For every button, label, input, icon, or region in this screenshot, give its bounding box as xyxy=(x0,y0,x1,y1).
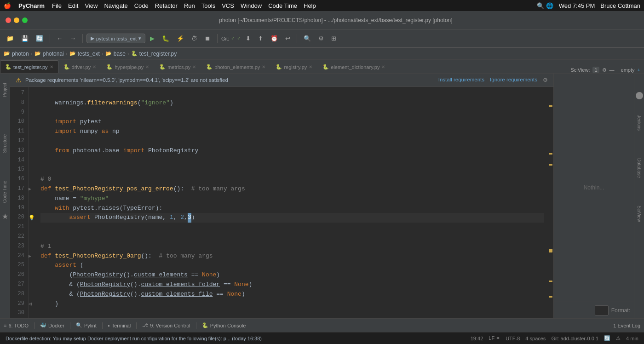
separator-3 xyxy=(217,34,218,43)
panel-project[interactable]: Project xyxy=(2,83,7,97)
tab-close-button-3[interactable]: ✕ xyxy=(145,64,149,69)
panel-codetime[interactable]: Code Time xyxy=(2,181,7,203)
stop-button[interactable]: ⏹ xyxy=(202,33,213,44)
ignore-requirements-button[interactable]: Ignore requirements xyxy=(490,77,537,83)
menu-refactor[interactable]: Refactor xyxy=(155,2,178,9)
menu-tools[interactable]: Tools xyxy=(201,2,215,9)
coverage-button[interactable]: ⚡ xyxy=(174,33,187,44)
panel-jenkins[interactable]: Jenkins xyxy=(637,115,642,131)
tabs-bar: 🐍 test_register.py ✕ 🐍 driver.py ✕ 🐍 hyp… xyxy=(0,60,644,74)
open-button[interactable]: 📁 xyxy=(4,33,17,44)
git-history-button[interactable]: ⏰ xyxy=(268,33,281,44)
tab-close-button-5[interactable]: ✕ xyxy=(262,64,265,69)
menu-vcs[interactable]: VCS xyxy=(222,2,234,9)
code-line-12 xyxy=(40,137,544,146)
close-button[interactable] xyxy=(6,17,11,23)
apple-menu[interactable]: 🍎 xyxy=(4,2,11,9)
panel-database[interactable]: Database xyxy=(637,158,642,178)
menu-navigate[interactable]: Navigate xyxy=(104,2,127,9)
fold-icon-2[interactable]: ▶ xyxy=(29,253,31,259)
fullscreen-button[interactable] xyxy=(22,17,28,23)
menu-file[interactable]: File xyxy=(52,2,62,9)
tab-close-button-4[interactable]: ✕ xyxy=(192,64,196,69)
fold-icon-1[interactable]: ▶ xyxy=(29,186,31,192)
breadcrumb-file[interactable]: test_register.py xyxy=(139,51,177,57)
python-console-panel-button[interactable]: 🐍 Python Console xyxy=(202,322,246,328)
breadcrumb-base[interactable]: base xyxy=(114,51,126,57)
add-tab-icon[interactable]: + xyxy=(638,67,640,73)
tab-registry[interactable]: 🐍 registry.py ✕ xyxy=(270,60,317,73)
code-line-19: with pytest.raises(TypeError): xyxy=(40,204,544,213)
vcs-label: 9: Version Control xyxy=(150,323,190,328)
tab-close-button-6[interactable]: ✕ xyxy=(309,64,312,69)
lightbulb-icon[interactable]: 💡 xyxy=(29,215,35,221)
profile-button[interactable]: ⏱ xyxy=(189,33,200,44)
breadcrumb-tests-ext[interactable]: tests_ext xyxy=(78,51,100,57)
fold-close-icon[interactable]: ◁ xyxy=(29,301,32,307)
tab-driver[interactable]: 🐍 driver.py ✕ xyxy=(58,60,102,73)
multiwindow-button[interactable]: ⊞ xyxy=(328,33,339,44)
tab-photon-elements[interactable]: 🐍 photon_elements.py ✕ xyxy=(201,60,270,73)
system-icons: 🔍 🌐 xyxy=(537,2,553,9)
back-button[interactable]: ← xyxy=(54,33,65,44)
event-log-button[interactable]: 1 Event Log xyxy=(613,323,640,328)
todo-panel-button[interactable]: ≡ 6: TODO xyxy=(4,323,29,328)
warning-count: ⚠ xyxy=(616,335,621,341)
forward-button[interactable]: → xyxy=(67,33,79,44)
panel-sciview[interactable]: SciView xyxy=(637,206,642,222)
minimize-button[interactable] xyxy=(14,17,19,23)
tab-close-button-2[interactable]: ✕ xyxy=(92,64,96,69)
tab-element-dictionary[interactable]: 🐍 element_dictionary.py ✕ xyxy=(317,60,390,73)
search-button[interactable]: 🔍 xyxy=(301,33,314,44)
git-update-button[interactable]: ⬇ xyxy=(243,33,253,44)
terminal-panel-button[interactable]: ▪ Terminal xyxy=(108,323,131,328)
menu-window[interactable]: Window xyxy=(241,2,262,9)
git-label: Git: xyxy=(221,36,229,41)
tab-hyperpipe[interactable]: 🐍 hyperpipe.py ✕ xyxy=(101,60,154,73)
settings-icon[interactable]: ⚙ xyxy=(602,67,607,73)
tab-metrics[interactable]: 🐍 metrics.py ✕ xyxy=(154,60,201,73)
tab-close-button[interactable]: ✕ xyxy=(50,64,53,69)
bottom-sep-5 xyxy=(196,322,196,329)
vcs-icon: ⎇ xyxy=(142,322,148,328)
menu-code[interactable]: Code xyxy=(134,2,149,9)
python-file-icon-3: 🐍 xyxy=(106,64,113,70)
tab-close-button-7[interactable]: ✕ xyxy=(381,64,385,69)
tab-test-register[interactable]: 🐍 test_register.py ✕ xyxy=(0,60,58,73)
docker-panel-button[interactable]: 🐳 Docker xyxy=(40,322,64,328)
git-push-button[interactable]: ⬆ xyxy=(255,33,266,44)
menu-help[interactable]: Help xyxy=(304,2,316,9)
code-line-9 xyxy=(40,108,544,118)
run-config-selector[interactable]: ▶ pytest in tests_ext ▾ xyxy=(86,34,145,43)
code-content[interactable]: warnings.filterwarnings("ignore") import… xyxy=(37,87,548,318)
favorites-icon[interactable]: ★ xyxy=(2,212,8,221)
warning-icon: ⚠ xyxy=(16,76,22,84)
run-button[interactable]: ▶ xyxy=(147,33,157,44)
pylint-panel-button[interactable]: 🔍 Pylint xyxy=(76,322,97,328)
settings-button[interactable]: ⚙ xyxy=(316,33,327,44)
bottom-sep-1 xyxy=(34,322,34,329)
menu-codetime[interactable]: Code Time xyxy=(268,2,297,9)
panel-structure[interactable]: Structure xyxy=(2,134,7,153)
format-label: Format: xyxy=(611,307,630,314)
save-button[interactable]: 💾 xyxy=(18,33,31,44)
menu-run[interactable]: Run xyxy=(184,2,195,9)
warning-settings-icon[interactable]: ⚙ xyxy=(543,77,548,83)
version-control-panel-button[interactable]: ⎇ 9: Version Control xyxy=(142,322,190,328)
sciview-label: SciView: xyxy=(570,67,590,73)
breadcrumb-photon[interactable]: photon xyxy=(12,51,29,57)
menu-view[interactable]: View xyxy=(85,2,98,9)
scroll-mark-6 xyxy=(549,296,552,298)
debug-button[interactable]: 🐛 xyxy=(159,33,172,44)
sync-button[interactable]: 🔄 xyxy=(33,33,46,44)
minimize-icon[interactable]: — xyxy=(610,67,615,73)
run-config-icon: ▶ xyxy=(91,35,94,41)
separator-1 xyxy=(50,34,50,43)
breadcrumb-photonai[interactable]: photonai xyxy=(43,51,64,57)
python-file-icon-4: 🐍 xyxy=(159,64,166,70)
git-revert-button[interactable]: ↩ xyxy=(282,33,293,44)
menu-edit[interactable]: Edit xyxy=(68,2,78,9)
install-requirements-button[interactable]: Install requirements xyxy=(438,77,484,83)
tab-label-6: registry.py xyxy=(284,64,307,70)
empty-tab[interactable]: empty xyxy=(621,67,635,73)
